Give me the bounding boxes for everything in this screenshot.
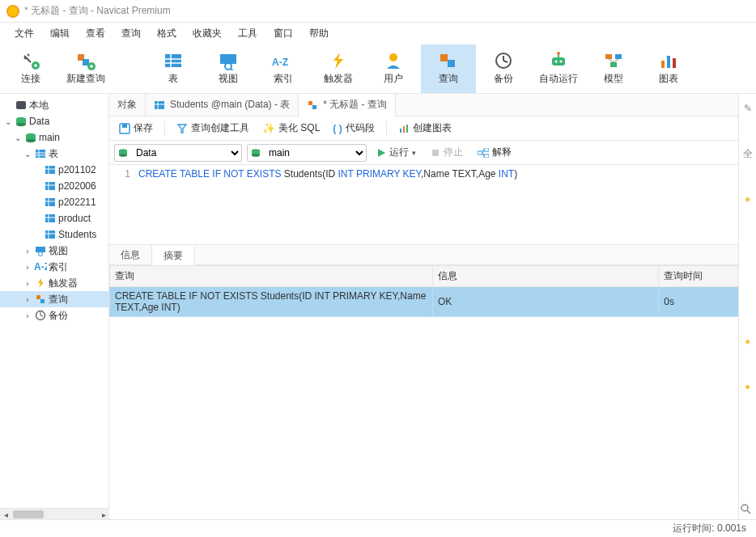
- bulb-icon[interactable]: ●: [741, 380, 754, 393]
- tree-node-data[interactable]: ⌄ Data: [0, 113, 108, 129]
- toolbar-view-button[interactable]: 视图: [201, 44, 256, 93]
- tree-node-clock-small[interactable]: ›备份: [0, 307, 108, 323]
- tree-label: main: [39, 132, 60, 143]
- svg-rect-51: [45, 214, 55, 222]
- tree-node-az-small[interactable]: ›A-Z索引: [0, 259, 108, 275]
- tree-node-view-small[interactable]: ›视图: [0, 243, 108, 259]
- chevron-right-icon[interactable]: ›: [23, 247, 32, 256]
- tree-node-local[interactable]: 本地: [0, 97, 108, 113]
- line-gutter: 1: [109, 165, 135, 244]
- toolbar-label: 连接: [21, 72, 40, 86]
- query-action-bar: 保存 查询创建工具 ✨ 美化 SQL ( ) 代码段 创建图表: [109, 116, 756, 141]
- wand-icon[interactable]: ✎: [741, 102, 754, 115]
- col-query[interactable]: 查询: [110, 266, 433, 287]
- save-button[interactable]: 保存: [114, 120, 158, 137]
- svg-rect-65: [155, 101, 164, 109]
- tree-node-tables-group[interactable]: ⌄ 表: [0, 146, 108, 162]
- svg-rect-18: [552, 57, 565, 66]
- create-chart-button[interactable]: 创建图表: [393, 120, 457, 137]
- title-bar: * 无标题 - 查询 - Navicat Premium: [0, 0, 756, 23]
- query-icon: [307, 99, 318, 111]
- tree-node-main[interactable]: ⌄ main: [0, 129, 108, 146]
- menu-window[interactable]: 窗口: [265, 27, 301, 40]
- toolbar-new-query-button[interactable]: 新建查询: [58, 44, 113, 93]
- chevron-down-icon[interactable]: ⌄: [3, 117, 13, 126]
- tree-table-item[interactable]: product: [0, 210, 108, 226]
- database-select[interactable]: main: [247, 144, 367, 162]
- chevron-down-icon: ▾: [412, 149, 416, 157]
- tab-label: * 无标题 - 查询: [323, 98, 387, 112]
- svg-rect-4: [165, 54, 181, 67]
- toolbar-label: 索引: [274, 72, 293, 86]
- code-area[interactable]: CREATE TABLE IF NOT EXISTS Students(ID I…: [135, 165, 756, 244]
- scroll-left-icon[interactable]: ◂: [0, 509, 11, 520]
- svg-text:A-Z: A-Z: [34, 261, 47, 273]
- tab-students-data[interactable]: Students @main (Data) - 表: [146, 94, 299, 116]
- scroll-right-icon[interactable]: ▸: [98, 509, 109, 520]
- tree-label: product: [58, 213, 91, 224]
- toolbar-label: 新建查询: [66, 72, 105, 86]
- menu-edit[interactable]: 编辑: [42, 27, 78, 40]
- svg-line-27: [614, 59, 618, 62]
- table-icon: [44, 212, 57, 225]
- menu-format[interactable]: 格式: [149, 27, 185, 40]
- tab-query-untitled[interactable]: * 无标题 - 查询: [299, 94, 396, 116]
- svg-rect-28: [661, 61, 665, 68]
- table-row[interactable]: CREATE TABLE IF NOT EXISTS Students(ID I…: [110, 287, 756, 317]
- explain-button[interactable]: 解释: [473, 146, 516, 159]
- toolbar-query-button[interactable]: 查询: [421, 44, 476, 93]
- tree-node-query-small[interactable]: ›查询: [0, 291, 108, 307]
- tree-node-bolt-small[interactable]: ›触发器: [0, 275, 108, 291]
- stop-icon: [431, 148, 440, 158]
- panel-label[interactable]: 全: [741, 147, 754, 160]
- toolbar-user-button[interactable]: 用户: [366, 44, 421, 93]
- sidebar-hscrollbar[interactable]: ◂ ▸: [0, 508, 109, 519]
- chevron-down-icon[interactable]: ⌄: [13, 133, 23, 142]
- menu-view[interactable]: 查看: [78, 27, 113, 40]
- chevron-right-icon[interactable]: ›: [23, 279, 32, 288]
- tree-table-item[interactable]: p201102: [0, 162, 108, 178]
- menu-help[interactable]: 帮助: [301, 27, 337, 40]
- bulb-icon[interactable]: ●: [741, 192, 754, 205]
- toolbar-trigger-button[interactable]: 触发器: [311, 44, 366, 93]
- toolbar-auto-run-button[interactable]: 自动运行: [531, 44, 586, 93]
- chevron-right-icon[interactable]: ›: [23, 295, 32, 304]
- result-tab-summary[interactable]: 摘要: [152, 246, 195, 265]
- query-builder-button[interactable]: 查询创建工具: [172, 120, 254, 137]
- toolbar-model-button[interactable]: 模型: [586, 44, 641, 93]
- menu-tools[interactable]: 工具: [230, 27, 265, 40]
- toolbar-index-button[interactable]: A-Z索引: [256, 44, 311, 93]
- scroll-thumb[interactable]: [13, 510, 44, 518]
- toolbar-backup-button[interactable]: 备份: [476, 44, 531, 93]
- menu-favorites[interactable]: 收藏夹: [185, 27, 230, 40]
- tab-objects[interactable]: 对象: [109, 94, 146, 116]
- toolbar-connect-button[interactable]: 连接: [3, 44, 58, 93]
- snippets-button[interactable]: ( ) 代码段: [328, 120, 379, 137]
- bolt-small-icon: [34, 277, 47, 290]
- run-button[interactable]: 运行 ▾: [372, 146, 421, 159]
- tree-table-item[interactable]: p202211: [0, 194, 108, 210]
- connection-select[interactable]: Data: [114, 144, 242, 162]
- chevron-down-icon[interactable]: ⌄: [23, 150, 32, 159]
- toolbar-table-button[interactable]: 表: [146, 44, 201, 93]
- toolbar-label: 自动运行: [539, 72, 578, 86]
- result-tab-info[interactable]: 信息: [109, 245, 152, 264]
- svg-rect-29: [667, 56, 670, 68]
- search-icon[interactable]: [740, 503, 753, 516]
- svg-rect-14: [448, 60, 455, 67]
- toolbar-chart-button[interactable]: 图表: [641, 44, 696, 93]
- beautify-button[interactable]: ✨ 美化 SQL: [257, 120, 325, 137]
- chevron-right-icon[interactable]: ›: [23, 263, 32, 272]
- tree-table-item[interactable]: p202006: [0, 178, 108, 194]
- chevron-right-icon[interactable]: ›: [23, 311, 32, 320]
- menu-query[interactable]: 查询: [113, 27, 149, 40]
- braces-icon: ( ): [333, 123, 342, 134]
- col-message[interactable]: 信息: [433, 266, 659, 287]
- bulb-icon[interactable]: ●: [741, 335, 754, 348]
- cell-query: CREATE TABLE IF NOT EXISTS Students(ID I…: [110, 287, 433, 317]
- menu-file[interactable]: 文件: [6, 27, 42, 40]
- tree-table-item[interactable]: Students: [0, 226, 108, 243]
- sql-editor[interactable]: 1 CREATE TABLE IF NOT EXISTS Students(ID…: [109, 165, 756, 244]
- svg-point-22: [557, 52, 560, 55]
- tree-label: 索引: [49, 260, 68, 274]
